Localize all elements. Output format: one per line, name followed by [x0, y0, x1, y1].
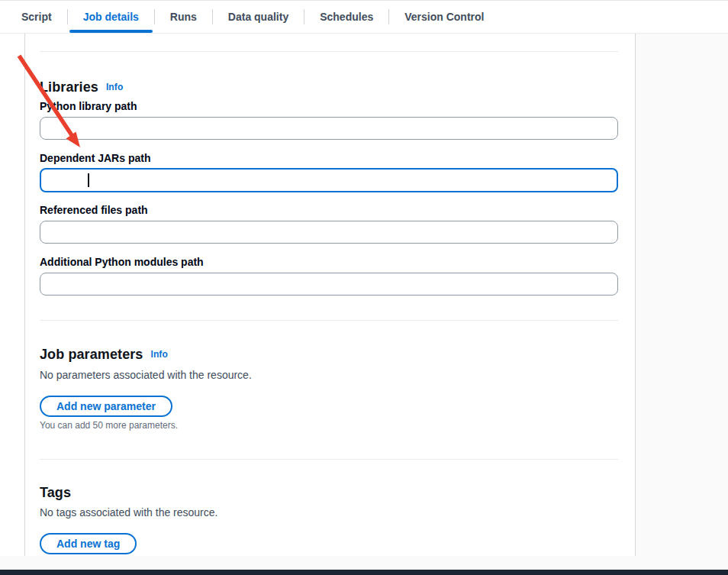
- section-divider: [40, 320, 618, 321]
- job-parameters-heading-text: Job parameters: [40, 347, 143, 362]
- job-parameters-empty-message: No parameters associated with the resour…: [40, 369, 252, 381]
- tab-schedules[interactable]: Schedules: [304, 1, 388, 33]
- libraries-info-link[interactable]: Info: [106, 82, 123, 92]
- add-new-tag-button[interactable]: Add new tag: [40, 533, 137, 554]
- additional-python-modules-path-label: Additional Python modules path: [40, 256, 204, 268]
- tab-script[interactable]: Script: [6, 1, 67, 33]
- tab-job-details[interactable]: Job details: [68, 1, 154, 33]
- section-divider: [40, 459, 618, 460]
- section-divider: [40, 51, 618, 52]
- referenced-files-path-label: Referenced files path: [40, 204, 148, 216]
- python-library-path-input[interactable]: [40, 117, 618, 140]
- parameters-limit-hint: You can add 50 more parameters.: [40, 420, 178, 431]
- bottom-strip: [0, 556, 728, 570]
- libraries-heading-text: Libraries: [40, 79, 98, 95]
- additional-python-modules-path-input[interactable]: [40, 273, 618, 296]
- job-parameters-info-link[interactable]: Info: [150, 349, 167, 360]
- add-new-parameter-button[interactable]: Add new parameter: [40, 396, 172, 417]
- tab-data-quality[interactable]: Data quality: [213, 1, 304, 33]
- job-tab-bar: Script Job details Runs Data quality Sch…: [0, 1, 728, 34]
- panel-right-border: [635, 34, 636, 556]
- dependent-jars-path-label: Dependent JARs path: [40, 152, 150, 164]
- tab-version-control[interactable]: Version Control: [389, 1, 499, 33]
- panel-left-border: [24, 34, 25, 556]
- job-parameters-heading: Job parametersInfo: [40, 347, 168, 363]
- dependent-jars-path-input[interactable]: [40, 168, 618, 192]
- window-bottom-bar: [0, 570, 728, 575]
- tags-heading-text: Tags: [40, 485, 71, 500]
- python-library-path-label: Python library path: [40, 100, 137, 112]
- right-gutter: [636, 34, 728, 556]
- tab-runs[interactable]: Runs: [155, 1, 212, 33]
- tags-empty-message: No tags associated with the resource.: [40, 506, 217, 518]
- tags-heading: Tags: [40, 485, 71, 501]
- libraries-heading: LibrariesInfo: [40, 79, 123, 95]
- referenced-files-path-input[interactable]: [40, 221, 618, 244]
- text-cursor: [88, 173, 89, 187]
- glue-job-details-page: Script Job details Runs Data quality Sch…: [0, 0, 728, 575]
